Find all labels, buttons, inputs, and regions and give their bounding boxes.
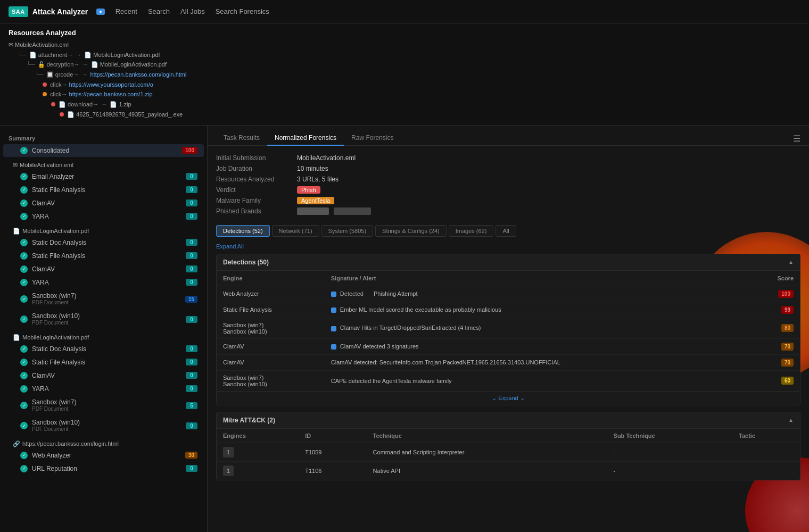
panel-menu-icon[interactable]: ☰ xyxy=(793,134,800,144)
col-engine: Engine xyxy=(217,271,325,286)
mitre-id-1[interactable]: T1059 xyxy=(299,443,366,461)
det-icon-4 xyxy=(331,344,336,350)
sub-tab-all[interactable]: All xyxy=(496,225,516,237)
static-doc-label-2: Static Doc Analysis xyxy=(32,345,186,353)
tree-item-3: └─ 🔲 qrcode→ → https://pecan.banksso.com… xyxy=(9,70,800,80)
sidebar-item-clamav-2[interactable]: ✓ ClamAV 0 xyxy=(3,263,204,276)
det-engine-3: Sandbox (win7) Sandbox (win10) xyxy=(217,318,325,338)
malware-family-value: AgentTesla xyxy=(297,197,800,204)
sandbox-win10-badge-1: 0 xyxy=(186,316,197,323)
web-analyzer-label: Web Analyzer xyxy=(32,452,185,459)
sidebar-item-yara-2[interactable]: ✓ YARA 0 xyxy=(3,276,204,289)
group-title-email: ✉ MobileActivation.eml xyxy=(0,157,207,170)
sub-tab-network[interactable]: Network (71) xyxy=(272,225,319,237)
sidebar-summary-title: Summary xyxy=(0,131,207,144)
yara-label-1: YARA xyxy=(32,213,186,220)
det-score-3: 80 xyxy=(749,318,800,338)
sidebar-item-yara-1[interactable]: ✓ YARA 0 xyxy=(3,210,204,223)
sidebar-item-clamav-3[interactable]: ✓ ClamAV 0 xyxy=(3,369,204,382)
expand-more[interactable]: ⌄ Expand ⌄ xyxy=(217,391,800,405)
tab-normalized-forensics[interactable]: Normalized Forensics xyxy=(267,131,344,146)
static-file-badge-3: 0 xyxy=(186,359,197,365)
detections-section-header[interactable]: Detections (50) ▲ xyxy=(217,254,800,271)
sidebar-item-web-analyzer[interactable]: ✓ Web Analyzer 30 xyxy=(3,449,204,462)
check-icon: ✓ xyxy=(20,315,28,323)
chevron-up-icon: ▲ xyxy=(788,259,794,265)
sidebar-item-static-doc-1[interactable]: ✓ Static Doc Analysis 0 xyxy=(3,236,204,249)
sidebar-item-static-file-2[interactable]: ✓ Static File Analysis 0 xyxy=(3,250,204,262)
check-icon: ✓ xyxy=(20,372,28,379)
sandbox-win7-label-1: Sandbox (win7) xyxy=(32,292,185,300)
sandbox-win10-label-2: Sandbox (win10) xyxy=(32,419,186,426)
static-file-label-3: Static File Analysis xyxy=(32,359,186,366)
mitre-chevron-icon: ▲ xyxy=(788,417,794,423)
col-sig: Signature / Alert xyxy=(325,271,749,286)
sidebar-item-static-file-1[interactable]: ✓ Static File Analysis 0 xyxy=(3,184,204,196)
det-score-1: 100 xyxy=(749,286,800,302)
sub-tabs: Detections (52) Network (71) System (580… xyxy=(216,225,800,237)
det-icon-2 xyxy=(331,307,336,313)
mitre-table: Engines ID Technique Sub Technique Tacti… xyxy=(217,429,800,480)
det-sig-6: CAPE detected the AgentTesla malware fam… xyxy=(325,370,749,391)
sidebar-item-yara-3[interactable]: ✓ YARA 0 xyxy=(3,383,204,395)
sandbox-win7-sub-2: PDF Document xyxy=(32,406,186,413)
sandbox-win7-badge-2: 5 xyxy=(186,402,197,409)
nav-link-searchforensics[interactable]: Search Forensics xyxy=(216,7,269,15)
tree-item-7: 📄 4625_7614892678_49355_payload_.exe xyxy=(9,110,800,120)
nav-logo: SAA xyxy=(9,6,28,17)
check-icon: ✓ xyxy=(20,265,28,273)
mitre-tactic-1 xyxy=(732,443,800,461)
static-file-badge-1: 0 xyxy=(186,186,197,193)
sub-tab-detections[interactable]: Detections (52) xyxy=(216,225,270,237)
yara-label-3: YARA xyxy=(32,385,186,393)
static-file-label-2: Static File Analysis xyxy=(32,252,186,260)
sidebar-item-sandbox-win7-1[interactable]: ✓ Sandbox (win7) PDF Document 15 xyxy=(3,289,204,309)
job-duration-label: Job Duration xyxy=(216,165,291,172)
check-icon: ✓ xyxy=(20,452,28,459)
expand-all[interactable]: Expand All xyxy=(216,243,800,250)
sidebar-item-sandbox-win10-1[interactable]: ✓ Sandbox (win10) PDF Document 0 xyxy=(3,310,204,329)
resources-analyzed-value: 3 URLs, 5 files xyxy=(297,176,800,183)
web-analyzer-badge: 30 xyxy=(185,452,197,459)
check-icon: ✓ xyxy=(20,279,28,286)
sidebar-item-sandbox-win10-2[interactable]: ✓ Sandbox (win10) PDF Document 0 xyxy=(3,416,204,436)
nav-link-recent[interactable]: Recent xyxy=(115,7,137,15)
sandbox-win10-label-1: Sandbox (win10) xyxy=(32,312,186,320)
clamav-label-1: ClamAV xyxy=(32,200,186,207)
sub-tab-system[interactable]: System (5805) xyxy=(321,225,374,237)
malware-badge: AgentTesla xyxy=(297,197,334,204)
check-icon: ✓ xyxy=(20,200,28,207)
static-doc-badge-2: 0 xyxy=(186,345,197,352)
mitre-id-2[interactable]: T1106 xyxy=(299,461,366,480)
mitre-sub-1: - xyxy=(607,443,733,461)
sidebar-item-static-doc-2[interactable]: ✓ Static Doc Analysis 0 xyxy=(3,343,204,355)
group-title-url: 🔗 https://pecan.banksso.com/login.html xyxy=(0,436,207,448)
det-engine-6: Sandbox (win7) Sandbox (win10) xyxy=(217,370,325,391)
sidebar-item-url-reputation[interactable]: ✓ URL Reputation 0 xyxy=(3,462,204,475)
det-score-6: 60 xyxy=(749,370,800,391)
consolidated-icon: ✓ xyxy=(20,147,28,154)
sidebar-item-email-analyzer[interactable]: ✓ Email Analyzer 0 xyxy=(3,170,204,183)
nav-link-search[interactable]: Search xyxy=(148,7,170,15)
det-sig-2: Ember ML model scored the executable as … xyxy=(325,302,749,318)
tab-task-results[interactable]: Task Results xyxy=(216,131,267,146)
sidebar-item-clamav-1[interactable]: ✓ ClamAV 0 xyxy=(3,197,204,210)
tab-raw-forensics[interactable]: Raw Forensics xyxy=(344,131,401,146)
navbar: SAA Attack Analyzer ● Recent Search All … xyxy=(0,0,809,23)
table-row: ClamAV ClamAV detected: SecuriteInfo.com… xyxy=(217,354,800,370)
brand-2 xyxy=(334,207,371,215)
sidebar-item-sandbox-win7-2[interactable]: ✓ Sandbox (win7) PDF Document 5 xyxy=(3,396,204,415)
detections-section: Detections (50) ▲ Engine Signature / Ale… xyxy=(216,254,800,405)
url-reputation-badge: 0 xyxy=(186,465,197,472)
mitre-header[interactable]: Mitre ATT&CK (2) ▲ xyxy=(217,412,800,429)
check-icon: ✓ xyxy=(20,422,28,429)
tree-item-4: click→ https://www.yourssoportal.com/o xyxy=(9,80,800,90)
initial-submission-value: MobileActivation.eml xyxy=(297,154,800,162)
sub-tab-images[interactable]: Images (62) xyxy=(449,225,494,237)
nav-link-alljobs[interactable]: All Jobs xyxy=(180,7,205,15)
sub-tab-strings[interactable]: Strings & Configs (24) xyxy=(375,225,447,237)
sidebar-item-static-file-3[interactable]: ✓ Static File Analysis 0 xyxy=(3,356,204,369)
sidebar-item-consolidated[interactable]: ✓ Consolidated 100 xyxy=(3,144,204,157)
nav-links: Recent Search All Jobs Search Forensics xyxy=(115,7,269,15)
tree-item-6: 📄 download→ → 📄 1.zip xyxy=(9,99,800,110)
